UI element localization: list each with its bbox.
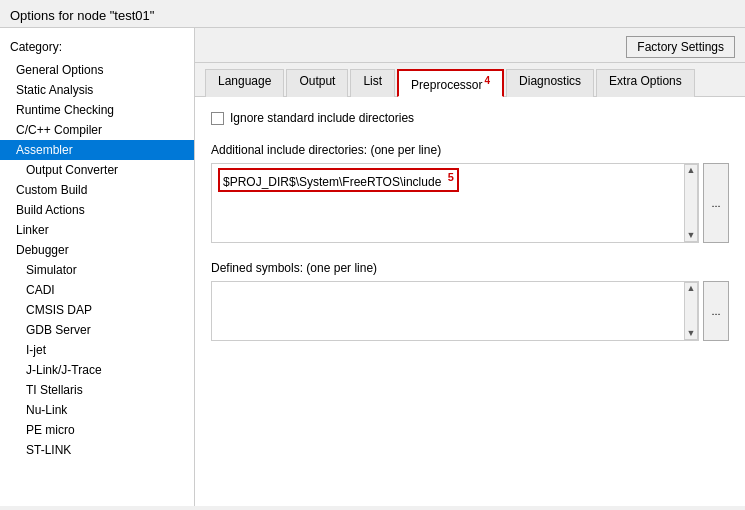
- defined-symbols-textarea[interactable]: ▲ ▼: [211, 281, 699, 341]
- category-label: Category:: [0, 36, 194, 60]
- content-body: Ignore standard include directories Addi…: [195, 97, 745, 506]
- sidebar-item-runtime-checking[interactable]: Runtime Checking: [0, 100, 194, 120]
- sidebar-item-build-actions[interactable]: Build Actions: [0, 200, 194, 220]
- sidebar-item-st-link[interactable]: ST-LINK: [0, 440, 194, 460]
- tab-language[interactable]: Language: [205, 69, 284, 97]
- additional-include-label: Additional include directories: (one per…: [211, 143, 729, 157]
- sidebar-item-ti-stellaris[interactable]: TI Stellaris: [0, 380, 194, 400]
- ignore-include-label: Ignore standard include directories: [230, 111, 414, 125]
- tab-output[interactable]: Output: [286, 69, 348, 97]
- sidebar-item-general-options[interactable]: General Options: [0, 60, 194, 80]
- tabs-bar: LanguageOutputListPreprocessor4Diagnosti…: [195, 63, 745, 97]
- sidebar-item-simulator[interactable]: Simulator: [0, 260, 194, 280]
- content-panel: Factory Settings LanguageOutputListPrepr…: [195, 28, 745, 506]
- defined-symbols-container: ▲ ▼ ...: [211, 281, 729, 341]
- main-container: Category: General OptionsStatic Analysis…: [0, 28, 745, 506]
- additional-include-content: $PROJ_DIR$\System\FreeRTOS\include 5: [212, 164, 698, 242]
- sidebar-item-gdb-server[interactable]: GDB Server: [0, 320, 194, 340]
- sidebar-items: General OptionsStatic AnalysisRuntime Ch…: [0, 60, 194, 460]
- additional-badge: 5: [448, 171, 454, 183]
- tab-list[interactable]: List: [350, 69, 395, 97]
- sidebar-item-nu-link[interactable]: Nu-Link: [0, 400, 194, 420]
- sidebar-item-custom-build[interactable]: Custom Build: [0, 180, 194, 200]
- additional-include-value: $PROJ_DIR$\System\FreeRTOS\include 5: [218, 168, 459, 192]
- scroll-up-arrow: ▲: [687, 166, 696, 175]
- tab-diagnostics[interactable]: Diagnostics: [506, 69, 594, 97]
- sidebar-item-jlink-jtrace[interactable]: J-Link/J-Trace: [0, 360, 194, 380]
- scrollbar-defined[interactable]: ▲ ▼: [684, 282, 698, 340]
- sidebar-item-cmsis-dap[interactable]: CMSIS DAP: [0, 300, 194, 320]
- sidebar-item-output-converter[interactable]: Output Converter: [0, 160, 194, 180]
- ignore-include-row: Ignore standard include directories: [211, 111, 729, 125]
- sidebar-item-i-jet[interactable]: I-jet: [0, 340, 194, 360]
- scroll-down-arrow: ▼: [687, 231, 696, 240]
- tab-badge-preprocessor: 4: [484, 75, 490, 86]
- sidebar-item-static-analysis[interactable]: Static Analysis: [0, 80, 194, 100]
- scrollbar-additional[interactable]: ▲ ▼: [684, 164, 698, 242]
- tabs-container: LanguageOutputListPreprocessor4Diagnosti…: [205, 69, 695, 96]
- additional-browse-button[interactable]: ...: [703, 163, 729, 243]
- tab-preprocessor[interactable]: Preprocessor4: [397, 69, 504, 97]
- ignore-include-checkbox[interactable]: [211, 112, 224, 125]
- defined-symbols-content: [212, 282, 698, 340]
- factory-settings-button[interactable]: Factory Settings: [626, 36, 735, 58]
- additional-include-container: $PROJ_DIR$\System\FreeRTOS\include 5 ▲ ▼…: [211, 163, 729, 243]
- sidebar-item-pe-micro[interactable]: PE micro: [0, 420, 194, 440]
- sidebar-item-debugger[interactable]: Debugger: [0, 240, 194, 260]
- scroll-up-arrow-2: ▲: [687, 284, 696, 293]
- additional-include-textarea[interactable]: $PROJ_DIR$\System\FreeRTOS\include 5 ▲ ▼: [211, 163, 699, 243]
- content-header: Factory Settings: [195, 28, 745, 63]
- title-text: Options for node "test01": [10, 8, 154, 23]
- sidebar: Category: General OptionsStatic Analysis…: [0, 28, 195, 506]
- defined-symbols-browse-button[interactable]: ...: [703, 281, 729, 341]
- sidebar-item-linker[interactable]: Linker: [0, 220, 194, 240]
- defined-symbols-label: Defined symbols: (one per line): [211, 261, 729, 275]
- scroll-down-arrow-2: ▼: [687, 329, 696, 338]
- sidebar-item-assembler[interactable]: Assembler: [0, 140, 194, 160]
- sidebar-item-cadi[interactable]: CADI: [0, 280, 194, 300]
- title-bar: Options for node "test01": [0, 0, 745, 28]
- tab-extra-options[interactable]: Extra Options: [596, 69, 695, 97]
- sidebar-item-cpp-compiler[interactable]: C/C++ Compiler: [0, 120, 194, 140]
